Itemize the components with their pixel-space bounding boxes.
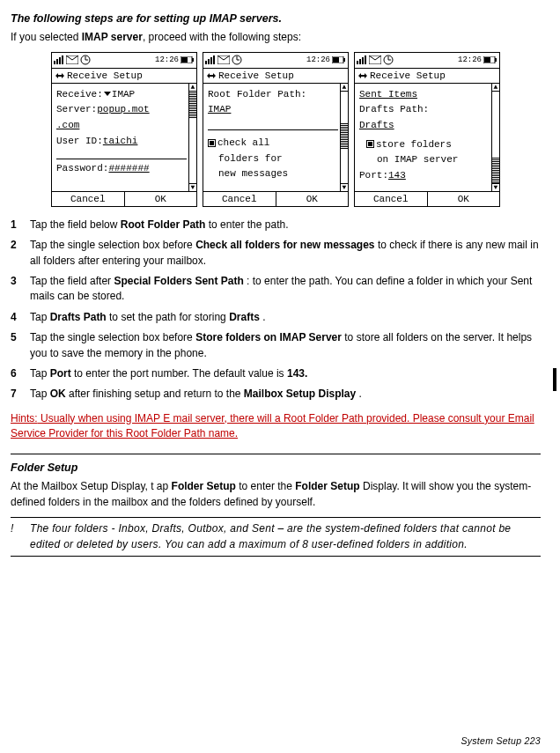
step-num: 7 bbox=[11, 387, 30, 402]
step-7: 7 Tap OK after finishing setup and retur… bbox=[11, 387, 541, 402]
signal-icon bbox=[54, 55, 64, 64]
t: Folder Setup bbox=[172, 480, 236, 492]
blank-line bbox=[56, 149, 187, 159]
t: OK bbox=[50, 388, 66, 400]
value-draftspath: Drafts bbox=[359, 118, 490, 134]
t: Tap bbox=[30, 388, 50, 400]
label-checkall-3: new messages bbox=[208, 166, 338, 182]
svg-rect-11 bbox=[210, 57, 212, 64]
screen-title-text: Receive Setup bbox=[370, 70, 446, 81]
phone-screen-1: 12:26 Receive Setup Receive:IMAP Server:… bbox=[51, 52, 197, 207]
checkbox-store[interactable] bbox=[366, 140, 374, 148]
label-server: Server: bbox=[56, 104, 97, 114]
phone-screen-2: 12:26 Receive Setup Root Folder Path: IM… bbox=[203, 52, 349, 207]
screen-title: Receive Setup bbox=[52, 69, 196, 84]
t: Tap the field below bbox=[30, 218, 121, 231]
step-1: 1 Tap the field below Root Folder Path t… bbox=[11, 218, 541, 233]
svg-rect-8 bbox=[181, 57, 188, 63]
intro-bold: IMAP server bbox=[82, 31, 143, 43]
step-num: 3 bbox=[11, 274, 30, 305]
cancel-button[interactable]: Cancel bbox=[355, 192, 428, 206]
scroll-thumb[interactable] bbox=[341, 122, 348, 149]
step-num: 5 bbox=[11, 330, 30, 361]
t: . bbox=[260, 311, 266, 323]
status-time: 12:26 bbox=[306, 55, 330, 64]
clock-icon bbox=[232, 55, 242, 65]
status-time: 12:26 bbox=[458, 55, 482, 64]
battery-icon bbox=[332, 56, 346, 63]
setup-icon bbox=[207, 71, 216, 80]
t: Tap bbox=[30, 367, 50, 380]
side-mark bbox=[553, 368, 556, 391]
svg-rect-18 bbox=[357, 61, 358, 64]
scroll-thumb[interactable] bbox=[189, 92, 196, 118]
svg-rect-20 bbox=[362, 57, 364, 64]
svg-rect-16 bbox=[343, 58, 345, 62]
note-bang: ! bbox=[11, 521, 30, 552]
status-bar: 12:26 bbox=[52, 53, 196, 69]
t: to enter the bbox=[236, 480, 295, 492]
value-server: popup.mot bbox=[97, 104, 149, 114]
svg-rect-25 bbox=[495, 58, 497, 62]
scroll-down-icon[interactable]: ▼ bbox=[189, 183, 196, 191]
clock-icon bbox=[80, 55, 91, 65]
svg-rect-1 bbox=[56, 59, 58, 64]
scroll-down-icon[interactable]: ▼ bbox=[341, 183, 348, 191]
setup-icon bbox=[358, 71, 367, 80]
svg-rect-10 bbox=[208, 59, 210, 64]
screen-content: Sent Items Drafts Path: Drafts store fol… bbox=[355, 84, 499, 188]
mail-icon bbox=[66, 55, 78, 64]
intro-suffix: , proceed with the following steps: bbox=[143, 31, 301, 43]
svg-rect-12 bbox=[213, 55, 215, 64]
ok-button[interactable]: OK bbox=[276, 192, 349, 206]
t: Root Folder Path bbox=[121, 218, 206, 231]
value-userid: taichi bbox=[103, 136, 138, 146]
label-receive: Receive: bbox=[56, 89, 103, 100]
setup-icon bbox=[55, 71, 64, 80]
section-separator bbox=[11, 454, 541, 454]
status-bar: 12:26 bbox=[203, 53, 348, 69]
screen-title: Receive Setup bbox=[355, 69, 499, 84]
hints-text: Hints: Usually when using IMAP E mail se… bbox=[11, 411, 541, 442]
value-port: 143 bbox=[388, 170, 406, 181]
step-6: 6 Tap Port to enter the port number. The… bbox=[11, 366, 541, 381]
scroll-up-icon[interactable]: ▲ bbox=[341, 84, 348, 92]
imap-intro-heading: The following steps are for setting up I… bbox=[11, 12, 541, 25]
value-password: ####### bbox=[108, 163, 149, 173]
svg-rect-17 bbox=[333, 57, 339, 63]
t: to enter the port number. The default va… bbox=[71, 367, 287, 380]
value-sentpath: Sent Items bbox=[359, 87, 490, 103]
scrollbar[interactable]: ▲ ▼ bbox=[491, 84, 499, 191]
svg-rect-7 bbox=[192, 58, 194, 62]
scroll-down-icon[interactable]: ▼ bbox=[492, 183, 499, 191]
ok-button[interactable]: OK bbox=[125, 192, 197, 206]
step-4: 4 Tap Drafts Path to set the path for st… bbox=[11, 310, 541, 325]
step-num: 1 bbox=[11, 218, 30, 233]
dropdown-icon bbox=[104, 92, 111, 96]
clock-icon bbox=[383, 55, 394, 65]
cancel-button[interactable]: Cancel bbox=[203, 192, 276, 206]
value-receive: IMAP bbox=[112, 89, 135, 100]
t: . bbox=[356, 388, 362, 400]
checkbox-checkall[interactable] bbox=[208, 139, 216, 147]
scrollbar[interactable]: ▲ ▼ bbox=[188, 84, 196, 191]
t: Drafts Path bbox=[50, 311, 107, 323]
svg-rect-21 bbox=[365, 55, 366, 64]
ok-button[interactable]: OK bbox=[428, 192, 500, 206]
screen-title: Receive Setup bbox=[203, 69, 348, 84]
label-store-1: store folders bbox=[376, 139, 452, 150]
scroll-up-icon[interactable]: ▲ bbox=[492, 84, 499, 92]
scroll-up-icon[interactable]: ▲ bbox=[189, 84, 196, 92]
cancel-button[interactable]: Cancel bbox=[52, 192, 125, 206]
scrollbar[interactable]: ▲ ▼ bbox=[340, 84, 348, 191]
t: Mailbox Setup Display bbox=[244, 388, 356, 400]
step-2: 2 Tap the single selection box before Ch… bbox=[11, 238, 541, 269]
label-userid: User ID: bbox=[56, 136, 103, 146]
scroll-thumb[interactable] bbox=[492, 157, 499, 183]
screen-content: Root Folder Path: IMAP check all folders… bbox=[203, 84, 348, 186]
label-password: Password: bbox=[56, 163, 108, 173]
mail-icon bbox=[369, 55, 381, 64]
t: Store folders on IMAP Server bbox=[195, 331, 342, 343]
t: 143. bbox=[287, 367, 307, 380]
t: Special Folders Sent Path bbox=[114, 275, 243, 287]
